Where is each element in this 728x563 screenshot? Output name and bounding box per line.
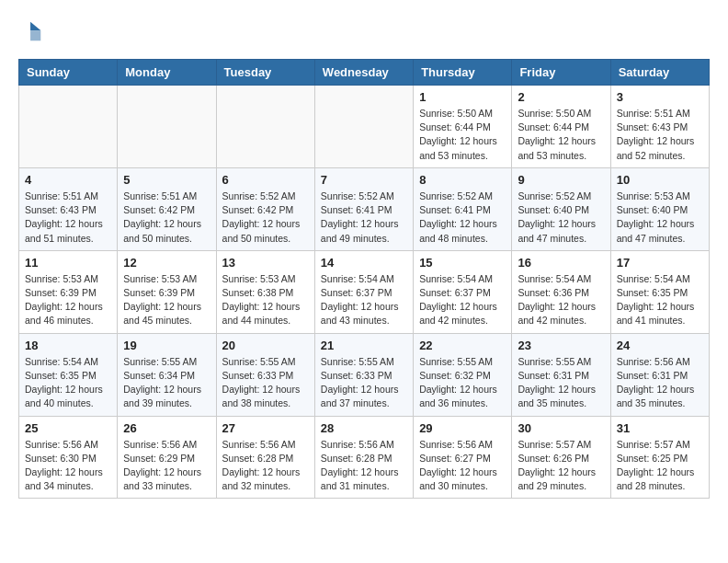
calendar-day-cell: 26Sunrise: 5:56 AMSunset: 6:29 PMDayligh… bbox=[118, 416, 216, 499]
day-info: Sunrise: 5:55 AMSunset: 6:32 PMDaylight:… bbox=[419, 355, 506, 411]
day-number: 22 bbox=[419, 339, 506, 352]
calendar-week-row: 11Sunrise: 5:53 AMSunset: 6:39 PMDayligh… bbox=[19, 250, 710, 333]
day-number: 16 bbox=[518, 256, 604, 270]
day-info: Sunrise: 5:56 AMSunset: 6:29 PMDaylight:… bbox=[123, 438, 210, 494]
calendar-day-cell: 27Sunrise: 5:56 AMSunset: 6:28 PMDayligh… bbox=[216, 416, 314, 499]
calendar-day-cell: 11Sunrise: 5:53 AMSunset: 6:39 PMDayligh… bbox=[19, 250, 118, 333]
day-info: Sunrise: 5:54 AMSunset: 6:35 PMDaylight:… bbox=[617, 272, 703, 328]
day-info: Sunrise: 5:54 AMSunset: 6:36 PMDaylight:… bbox=[518, 272, 604, 328]
day-number: 8 bbox=[419, 173, 506, 187]
day-number: 19 bbox=[123, 339, 210, 352]
calendar-day-cell: 16Sunrise: 5:54 AMSunset: 6:36 PMDayligh… bbox=[512, 250, 610, 333]
day-number: 6 bbox=[222, 173, 309, 187]
calendar-day-cell bbox=[118, 86, 216, 168]
logo-icon bbox=[18, 18, 44, 44]
calendar-day-cell: 25Sunrise: 5:56 AMSunset: 6:30 PMDayligh… bbox=[19, 416, 118, 499]
calendar-day-cell: 19Sunrise: 5:55 AMSunset: 6:34 PMDayligh… bbox=[118, 333, 216, 416]
calendar-day-cell: 1Sunrise: 5:50 AMSunset: 6:44 PMDaylight… bbox=[414, 86, 512, 168]
calendar-day-cell: 31Sunrise: 5:57 AMSunset: 6:25 PMDayligh… bbox=[610, 416, 709, 499]
day-info: Sunrise: 5:56 AMSunset: 6:28 PMDaylight:… bbox=[222, 438, 309, 494]
day-number: 17 bbox=[617, 256, 703, 270]
day-number: 4 bbox=[25, 173, 111, 187]
calendar-day-cell: 3Sunrise: 5:51 AMSunset: 6:43 PMDaylight… bbox=[610, 86, 709, 168]
day-info: Sunrise: 5:57 AMSunset: 6:25 PMDaylight:… bbox=[617, 438, 703, 494]
calendar-day-cell: 30Sunrise: 5:57 AMSunset: 6:26 PMDayligh… bbox=[512, 416, 610, 499]
calendar-day-cell bbox=[216, 86, 314, 168]
day-number: 28 bbox=[321, 421, 407, 435]
calendar-day-cell: 4Sunrise: 5:51 AMSunset: 6:43 PMDaylight… bbox=[19, 167, 118, 250]
calendar-day-cell: 17Sunrise: 5:54 AMSunset: 6:35 PMDayligh… bbox=[610, 250, 709, 333]
day-number: 27 bbox=[222, 421, 309, 435]
calendar-day-cell bbox=[19, 86, 118, 168]
day-info: Sunrise: 5:52 AMSunset: 6:41 PMDaylight:… bbox=[321, 190, 407, 246]
day-header-sunday: Sunday bbox=[19, 60, 118, 86]
day-info: Sunrise: 5:54 AMSunset: 6:37 PMDaylight:… bbox=[419, 272, 506, 328]
day-header-wednesday: Wednesday bbox=[314, 60, 413, 86]
calendar-day-cell: 13Sunrise: 5:53 AMSunset: 6:38 PMDayligh… bbox=[216, 250, 314, 333]
calendar-day-cell: 28Sunrise: 5:56 AMSunset: 6:28 PMDayligh… bbox=[314, 416, 413, 499]
calendar-day-cell: 8Sunrise: 5:52 AMSunset: 6:41 PMDaylight… bbox=[414, 167, 512, 250]
page-header bbox=[18, 18, 710, 44]
day-info: Sunrise: 5:54 AMSunset: 6:35 PMDaylight:… bbox=[25, 355, 111, 411]
calendar-day-cell: 23Sunrise: 5:55 AMSunset: 6:31 PMDayligh… bbox=[512, 333, 610, 416]
calendar-day-cell: 5Sunrise: 5:51 AMSunset: 6:42 PMDaylight… bbox=[118, 167, 216, 250]
svg-marker-1 bbox=[30, 30, 40, 40]
day-number: 1 bbox=[419, 90, 506, 104]
day-number: 25 bbox=[25, 421, 111, 435]
calendar-header-row: SundayMondayTuesdayWednesdayThursdayFrid… bbox=[19, 60, 710, 86]
day-info: Sunrise: 5:50 AMSunset: 6:44 PMDaylight:… bbox=[419, 107, 506, 163]
calendar-day-cell: 21Sunrise: 5:55 AMSunset: 6:33 PMDayligh… bbox=[314, 333, 413, 416]
svg-marker-0 bbox=[30, 22, 40, 30]
day-info: Sunrise: 5:53 AMSunset: 6:38 PMDaylight:… bbox=[222, 272, 309, 328]
day-header-monday: Monday bbox=[118, 60, 216, 86]
day-number: 11 bbox=[25, 256, 111, 270]
day-number: 15 bbox=[419, 256, 506, 270]
day-number: 30 bbox=[518, 421, 604, 435]
day-number: 23 bbox=[518, 339, 604, 352]
day-header-tuesday: Tuesday bbox=[216, 60, 314, 86]
day-number: 21 bbox=[321, 339, 407, 352]
day-number: 9 bbox=[518, 173, 604, 187]
calendar-week-row: 4Sunrise: 5:51 AMSunset: 6:43 PMDaylight… bbox=[19, 167, 710, 250]
day-number: 31 bbox=[617, 421, 703, 435]
day-header-friday: Friday bbox=[512, 60, 610, 86]
day-info: Sunrise: 5:57 AMSunset: 6:26 PMDaylight:… bbox=[518, 438, 604, 494]
day-info: Sunrise: 5:52 AMSunset: 6:41 PMDaylight:… bbox=[419, 190, 506, 246]
calendar-day-cell: 29Sunrise: 5:56 AMSunset: 6:27 PMDayligh… bbox=[414, 416, 512, 499]
calendar-day-cell: 18Sunrise: 5:54 AMSunset: 6:35 PMDayligh… bbox=[19, 333, 118, 416]
calendar-day-cell: 2Sunrise: 5:50 AMSunset: 6:44 PMDaylight… bbox=[512, 86, 610, 168]
day-number: 5 bbox=[123, 173, 210, 187]
day-number: 20 bbox=[222, 339, 309, 352]
day-info: Sunrise: 5:56 AMSunset: 6:27 PMDaylight:… bbox=[419, 438, 506, 494]
day-info: Sunrise: 5:52 AMSunset: 6:42 PMDaylight:… bbox=[222, 190, 309, 246]
calendar-day-cell: 14Sunrise: 5:54 AMSunset: 6:37 PMDayligh… bbox=[314, 250, 413, 333]
day-info: Sunrise: 5:53 AMSunset: 6:40 PMDaylight:… bbox=[617, 190, 703, 246]
day-info: Sunrise: 5:53 AMSunset: 6:39 PMDaylight:… bbox=[25, 272, 111, 328]
day-number: 26 bbox=[123, 421, 210, 435]
day-number: 18 bbox=[25, 339, 111, 352]
day-number: 2 bbox=[518, 90, 604, 104]
calendar-day-cell: 20Sunrise: 5:55 AMSunset: 6:33 PMDayligh… bbox=[216, 333, 314, 416]
day-info: Sunrise: 5:56 AMSunset: 6:30 PMDaylight:… bbox=[25, 438, 111, 494]
day-info: Sunrise: 5:53 AMSunset: 6:39 PMDaylight:… bbox=[123, 272, 210, 328]
calendar-day-cell: 7Sunrise: 5:52 AMSunset: 6:41 PMDaylight… bbox=[314, 167, 413, 250]
day-info: Sunrise: 5:55 AMSunset: 6:33 PMDaylight:… bbox=[321, 355, 407, 411]
day-info: Sunrise: 5:52 AMSunset: 6:40 PMDaylight:… bbox=[518, 190, 604, 246]
calendar-day-cell: 9Sunrise: 5:52 AMSunset: 6:40 PMDaylight… bbox=[512, 167, 610, 250]
day-info: Sunrise: 5:51 AMSunset: 6:43 PMDaylight:… bbox=[617, 107, 703, 163]
day-number: 10 bbox=[617, 173, 703, 187]
calendar-day-cell: 24Sunrise: 5:56 AMSunset: 6:31 PMDayligh… bbox=[610, 333, 709, 416]
day-header-thursday: Thursday bbox=[414, 60, 512, 86]
day-info: Sunrise: 5:56 AMSunset: 6:28 PMDaylight:… bbox=[321, 438, 407, 494]
day-info: Sunrise: 5:51 AMSunset: 6:43 PMDaylight:… bbox=[25, 190, 111, 246]
day-info: Sunrise: 5:55 AMSunset: 6:34 PMDaylight:… bbox=[123, 355, 210, 411]
calendar-week-row: 25Sunrise: 5:56 AMSunset: 6:30 PMDayligh… bbox=[19, 416, 710, 499]
day-info: Sunrise: 5:51 AMSunset: 6:42 PMDaylight:… bbox=[123, 190, 210, 246]
calendar-week-row: 1Sunrise: 5:50 AMSunset: 6:44 PMDaylight… bbox=[19, 86, 710, 168]
day-header-saturday: Saturday bbox=[610, 60, 709, 86]
day-number: 13 bbox=[222, 256, 309, 270]
day-number: 14 bbox=[321, 256, 407, 270]
day-number: 7 bbox=[321, 173, 407, 187]
logo bbox=[18, 18, 48, 44]
day-number: 29 bbox=[419, 421, 506, 435]
